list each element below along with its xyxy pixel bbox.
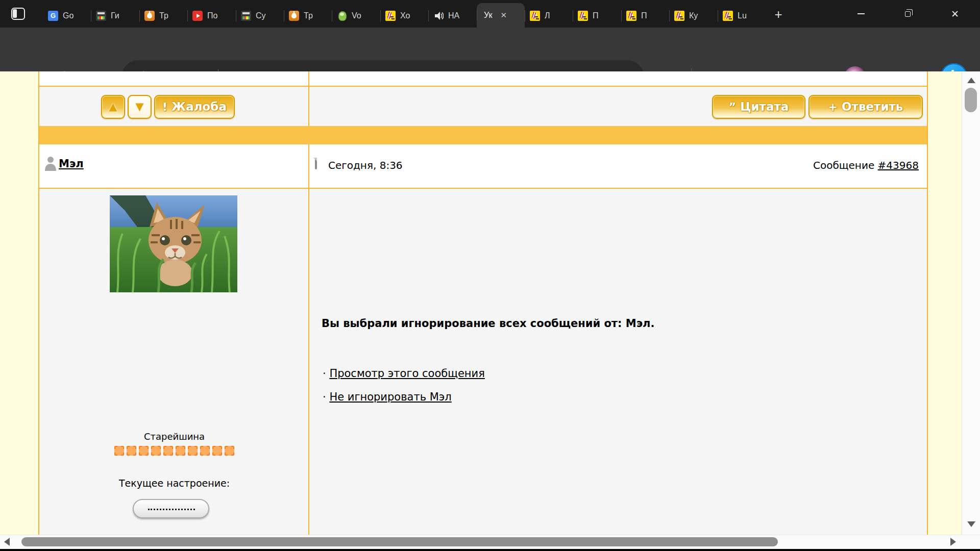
rank-pips <box>40 446 308 456</box>
forum-post-table: ▲ ▼ !Жалоба ”Цитата +Ответить Мэл Сегодн… <box>38 71 928 535</box>
rank-pip <box>225 446 234 456</box>
mood-indicator <box>133 499 209 518</box>
member-rank: Старейшина <box>40 431 308 442</box>
bullet: · <box>323 367 326 380</box>
minimize-icon <box>857 13 865 14</box>
scroll-down-button[interactable]: ▼ <box>128 95 152 119</box>
tochek-favicon <box>530 11 540 21</box>
tochek-favicon <box>626 11 636 21</box>
post-header-row: Мэл Сегодня, 8:36 Сообщение #43968 <box>39 144 927 188</box>
tab-tochek-1[interactable]: Хо <box>380 4 428 28</box>
browser-toolbar: Not secure tochek.net/index.php?showtopi… <box>0 28 980 71</box>
tab-site-2[interactable]: Тр <box>139 4 187 28</box>
reply-label: Ответить <box>842 100 903 113</box>
tab-label: НА <box>448 11 459 20</box>
site-thumbnail-icon <box>241 11 251 21</box>
post-author-link[interactable]: Мэл <box>59 158 84 170</box>
previous-post-bottom-row <box>39 71 927 86</box>
rank-pip <box>151 446 161 456</box>
unignore-link[interactable]: Не игнорировать Мэл <box>329 391 451 403</box>
minimize-button[interactable] <box>845 0 877 28</box>
column-divider <box>308 144 309 188</box>
tab-label: Тр <box>304 11 313 20</box>
message-number-link[interactable]: #43968 <box>878 159 919 171</box>
message-number: Сообщение #43968 <box>813 159 919 171</box>
vertical-scrollbar[interactable] <box>962 71 980 535</box>
scrollbar-left-arrow[interactable] <box>4 538 10 546</box>
tochek-favicon <box>674 11 684 21</box>
column-divider <box>308 189 309 535</box>
rank-pip <box>212 446 222 456</box>
mood-dashes <box>148 509 195 510</box>
tab-label: Ку <box>689 11 698 20</box>
column-divider <box>308 71 309 86</box>
avatar-image <box>110 195 237 292</box>
tab-label: Су <box>256 11 266 20</box>
scrollbar-down-arrow[interactable] <box>967 521 975 527</box>
scrollbar-up-arrow[interactable] <box>967 78 975 83</box>
view-post-link[interactable]: Просмотр этого сообщения <box>329 367 485 380</box>
tab-site-5[interactable]: Vo <box>332 4 380 28</box>
tab-label: Go <box>63 11 74 20</box>
rank-pip <box>127 446 136 456</box>
google-translate-icon <box>48 11 58 21</box>
post-separator-bar <box>39 126 927 144</box>
tab-close-icon[interactable]: ✕ <box>500 11 507 20</box>
tab-tochek-5[interactable]: Ку <box>669 4 717 28</box>
tab-site-1[interactable]: Ги <box>91 4 139 28</box>
bullet: · <box>323 391 326 403</box>
restore-button[interactable] <box>892 0 923 28</box>
tab-tochek-3[interactable]: П <box>573 4 621 28</box>
tab-tochek-6[interactable]: Lu <box>718 4 766 28</box>
rank-pip <box>114 446 124 456</box>
post-date-icon <box>315 158 317 169</box>
tab-label: Тр <box>159 11 168 20</box>
tab-site-3[interactable]: Су <box>236 4 284 28</box>
tochek-favicon <box>385 11 396 21</box>
page-content: ▲ ▼ !Жалоба ”Цитата +Ответить Мэл Сегодн… <box>0 71 980 535</box>
tab-label: Хо <box>400 11 410 20</box>
tab-google-translate[interactable]: Go <box>43 4 91 28</box>
site-thumbnail-icon <box>96 11 106 21</box>
horizontal-scrollbar-thumb[interactable] <box>21 537 778 546</box>
tab-actions-button[interactable] <box>8 7 31 22</box>
tab-active-tochek-topic[interactable]: Ук ✕ <box>477 3 525 28</box>
tab-label: П <box>641 11 647 20</box>
report-label: Жалоба <box>172 100 227 113</box>
tochek-favicon <box>723 11 733 21</box>
tab-label: Л <box>545 11 550 20</box>
tab-tochek-4[interactable]: П <box>621 4 669 28</box>
tab-label: Lu <box>738 11 747 20</box>
tab-actions-icon <box>11 8 25 20</box>
report-button[interactable]: !Жалоба <box>154 95 235 119</box>
rank-pip <box>200 446 210 456</box>
scroll-up-button[interactable]: ▲ <box>101 95 125 119</box>
view-post-line: · Просмотр этого сообщения <box>323 367 485 380</box>
mood-label: Текущее настроение: <box>40 478 308 489</box>
post-body-row: Старейшина Текущее настроение: Вст. ник … <box>39 189 927 535</box>
tab-audio-playing[interactable]: НА <box>428 4 476 28</box>
vertical-scrollbar-thumb[interactable] <box>965 88 977 112</box>
unignore-line: · Не игнорировать Мэл <box>323 391 452 403</box>
spinning-top-icon <box>289 11 299 21</box>
tab-tochek-2[interactable]: Л <box>525 4 573 28</box>
post-actions-row: ▲ ▼ !Жалоба ”Цитата +Ответить <box>39 87 927 126</box>
post-date: Сегодня, 8:36 <box>328 159 403 171</box>
youtube-icon <box>192 11 203 21</box>
reply-button[interactable]: +Ответить <box>808 95 923 119</box>
scrollbar-right-arrow[interactable] <box>950 538 956 546</box>
exclamation-icon: ! <box>162 101 167 113</box>
rank-pip <box>139 446 149 456</box>
close-window-button[interactable]: ✕ <box>939 0 971 28</box>
rank-pip <box>188 446 198 456</box>
quote-button[interactable]: ”Цитата <box>712 95 805 119</box>
tab-label: П <box>593 11 599 20</box>
quote-icon: ” <box>729 101 736 113</box>
tab-strip: Go Ги Тр По Су Тр Vo Хо НА Ук ✕ Л П П Ку… <box>0 0 980 28</box>
tochek-favicon <box>578 11 588 21</box>
new-tab-button[interactable]: + <box>770 7 787 22</box>
speaker-icon <box>433 11 444 21</box>
restore-icon <box>905 11 911 17</box>
tab-site-4[interactable]: Тр <box>284 4 332 28</box>
tab-youtube[interactable]: По <box>187 4 235 28</box>
